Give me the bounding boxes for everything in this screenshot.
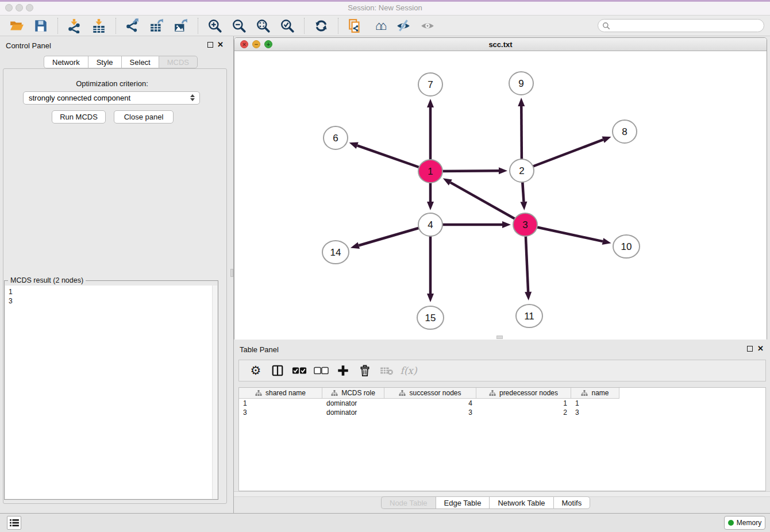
export-table-icon[interactable] (149, 18, 165, 34)
save-session-icon[interactable] (33, 18, 49, 34)
column-header-name[interactable]: name (571, 388, 619, 399)
table-cell[interactable]: 4 (384, 399, 476, 408)
graph-node-label: 11 (524, 311, 534, 322)
table-cell[interactable]: 1 (239, 399, 322, 408)
import-table-icon[interactable] (91, 18, 107, 34)
criterion-dropdown[interactable]: strongly connected component (23, 91, 200, 105)
column-header-MCDS-role[interactable]: MCDS role (322, 388, 384, 399)
dropdown-stepper-icon (189, 94, 196, 103)
criterion-value: strongly connected component (29, 94, 130, 102)
optimization-criterion-label: Optimization criterion: (0, 79, 224, 88)
graph-edge-arrowhead (502, 221, 511, 228)
table-cell[interactable]: dominator (322, 408, 384, 417)
vertical-splitter[interactable] (230, 36, 234, 513)
memory-label: Memory (737, 519, 761, 527)
mcds-result-list[interactable]: 1 3 (5, 286, 213, 499)
canvas-resize-handle[interactable] (496, 336, 503, 339)
unselect-all-columns-icon[interactable] (313, 363, 330, 379)
table-cell[interactable]: 1 (571, 399, 619, 408)
graph-edge-arrowhead (349, 142, 359, 149)
graph-edge-arrowhead (602, 137, 611, 143)
tab-select[interactable]: Select (121, 56, 159, 68)
graph-edge-arrowhead (427, 99, 434, 107)
graph-node-label: 15 (425, 313, 436, 323)
table-cell[interactable]: 2 (476, 408, 571, 417)
graph-node-label: 14 (330, 247, 341, 258)
table-close-icon[interactable]: ✕ (757, 344, 764, 353)
network-canvas[interactable]: 7968124314101511 (234, 51, 767, 340)
memory-button[interactable]: Memory (724, 516, 765, 530)
export-network-icon[interactable] (125, 18, 141, 34)
network-graph: 7968124314101511 (234, 51, 767, 340)
toolbar-separator (338, 18, 338, 34)
close-panel-icon[interactable]: ✕ (217, 40, 224, 49)
tab-network[interactable]: Network (44, 56, 88, 68)
graph-edge-arrowhead (427, 202, 434, 210)
mcds-result-fieldset: MCDS result (2 nodes) 1 3 (4, 280, 218, 500)
network-window-titlebar[interactable]: × − + scc.txt (234, 38, 767, 51)
control-panel-title: Control Panel (6, 41, 51, 50)
column-header-shared-name[interactable]: shared name (239, 388, 322, 399)
mcds-result-line: 3 (9, 296, 213, 306)
zoom-out-icon[interactable] (231, 18, 247, 34)
tab-network-table[interactable]: Network Table (489, 496, 553, 509)
table-cell[interactable]: dominator (322, 399, 384, 408)
select-all-columns-icon[interactable] (291, 363, 308, 379)
result-scrollbar[interactable] (212, 286, 217, 499)
graph-edge-arrowhead (518, 98, 525, 106)
node-table: shared nameMCDS rolesuccessor nodesprede… (238, 387, 766, 491)
graph-node-label: 7 (428, 79, 433, 90)
tab-node-table[interactable]: Node Table (381, 496, 436, 509)
zoom-selected-icon[interactable] (279, 18, 295, 34)
table-tabs: Node Table Edge Table Network Table Moti… (381, 496, 590, 510)
home-icon[interactable]: ⌂⌂ (371, 18, 387, 34)
close-panel-button[interactable]: Close panel (114, 110, 174, 124)
graph-node-label: 4 (428, 219, 433, 230)
toolbar-separator (304, 18, 305, 34)
clone-network-icon[interactable] (347, 18, 363, 34)
graph-edge-2-8[interactable] (522, 140, 603, 171)
delete-column-trash-icon[interactable] (356, 363, 374, 379)
control-panel-tabs: Network Style Select MCDS (44, 56, 198, 68)
status-bar: Memory (0, 513, 770, 532)
float-window-icon[interactable] (207, 42, 213, 48)
refresh-icon[interactable] (313, 18, 329, 34)
table-cell[interactable]: 3 (571, 408, 619, 417)
table-toolbar: ⚙ f(x) (238, 360, 766, 381)
tab-motifs[interactable]: Motifs (553, 496, 591, 509)
splitter-handle[interactable] (230, 269, 233, 277)
task-history-button[interactable] (7, 516, 21, 530)
export-image-icon[interactable] (173, 18, 189, 34)
graph-edge-arrowhead (499, 167, 507, 174)
run-mcds-button[interactable]: Run MCDS (52, 110, 106, 124)
tab-edge-table[interactable]: Edge Table (436, 496, 490, 509)
zoom-fit-icon[interactable] (255, 18, 271, 34)
table-settings-gear-icon[interactable]: ⚙ (247, 363, 264, 379)
hide-panels-icon[interactable] (395, 18, 411, 34)
column-header-label: shared name (265, 389, 306, 397)
table-cell[interactable]: 1 (476, 399, 571, 408)
table-cell[interactable]: 3 (239, 408, 322, 417)
table-row[interactable]: 1dominator411 (239, 399, 619, 408)
show-panels-icon[interactable] (419, 18, 436, 34)
graph-edge-3-1[interactable] (451, 183, 525, 225)
table-float-window-icon[interactable] (747, 346, 753, 352)
tab-mcds[interactable]: MCDS (159, 56, 198, 68)
import-network-icon[interactable] (67, 18, 83, 34)
search-field[interactable] (598, 19, 764, 32)
create-column-plus-icon[interactable] (334, 363, 352, 379)
graph-node-label: 1 (428, 166, 433, 177)
column-header-label: name (591, 389, 609, 397)
table-row[interactable]: 3dominator323 (239, 408, 619, 417)
zoom-in-icon[interactable] (207, 18, 223, 34)
control-panel-header: Control Panel ✕ (0, 36, 230, 53)
show-columns-icon[interactable] (269, 363, 286, 379)
open-session-icon[interactable] (9, 18, 25, 34)
search-input[interactable] (613, 22, 764, 30)
column-header-successor-nodes[interactable]: successor nodes (384, 388, 476, 399)
column-header-predecessor-nodes[interactable]: predecessor nodes (476, 388, 571, 399)
table-cell[interactable]: 3 (384, 408, 476, 417)
tab-style[interactable]: Style (88, 56, 121, 68)
network-window: × − + scc.txt 7968124314101511 (234, 37, 767, 340)
home-icon-glyph: ⌂⌂ (375, 18, 384, 33)
